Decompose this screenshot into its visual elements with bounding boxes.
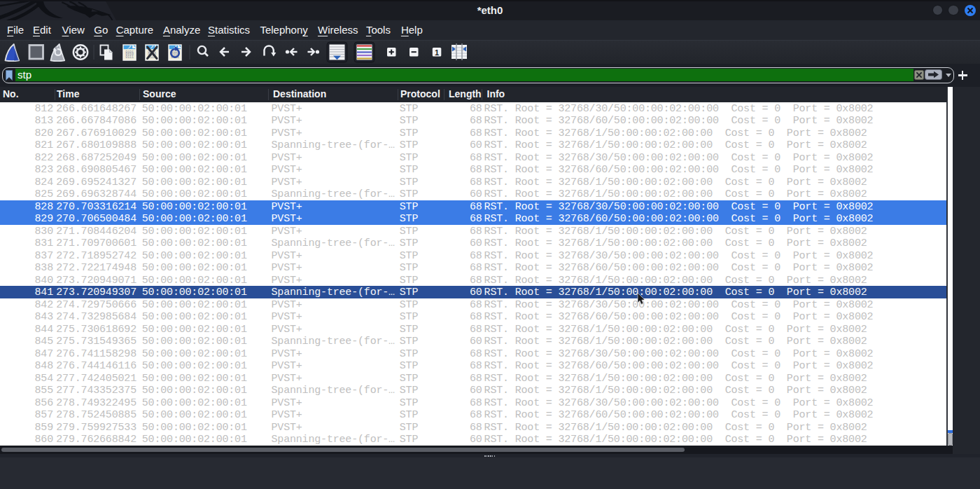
- svg-text:1: 1: [435, 48, 439, 57]
- svg-text:0111: 0111: [125, 55, 134, 59]
